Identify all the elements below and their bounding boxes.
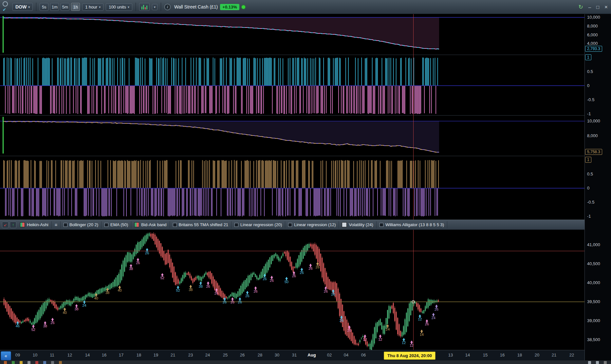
expand-up-icon[interactable]: ↑	[10, 222, 16, 228]
signal-label: 26	[145, 251, 149, 255]
indicator-checkbox[interactable]	[173, 223, 177, 227]
chart-style-button[interactable]	[139, 3, 150, 11]
corner-icons: ✔	[2, 1, 10, 14]
units-label: 100 units	[109, 5, 126, 9]
signal-label: 24	[386, 327, 390, 331]
indicator-a-line-chart[interactable]	[0, 14, 584, 55]
scale-tick-label: 41,000	[587, 242, 600, 247]
list-icon: ≡	[55, 222, 57, 228]
signal-label: 26	[340, 318, 343, 322]
signal-label: 26	[253, 289, 257, 293]
signal-label: 26	[245, 294, 249, 298]
indicator-b-line-chart[interactable]	[0, 115, 584, 156]
symbol-selector[interactable]: DOW ▾	[12, 3, 33, 11]
indicator-item-linear-regression-12[interactable]: Linear regression (12)	[285, 221, 339, 228]
panel-separator[interactable]	[0, 115, 584, 116]
edit-check-icon[interactable]: ✔	[3, 7, 6, 12]
indicator-checkbox[interactable]	[288, 223, 292, 227]
units-selector[interactable]: 100 units ▾	[106, 3, 132, 11]
scale-tick-label: 8,000	[587, 24, 598, 28]
timeframe-button-5m[interactable]: 5m	[61, 3, 69, 11]
taskbar-icon[interactable]	[20, 361, 23, 364]
toolbar-separator	[136, 3, 136, 11]
refresh-icon[interactable]: ↻	[578, 4, 583, 10]
taskbar-icon[interactable]	[43, 361, 46, 364]
symbol-label: DOW	[15, 4, 27, 9]
indicator-a-oscillator-chart[interactable]	[0, 55, 584, 115]
signal-label: 38	[74, 307, 78, 311]
taskbar-icon[interactable]	[59, 361, 62, 364]
signal-label: 26	[231, 300, 234, 304]
signal-label: 26	[308, 266, 312, 270]
app-logo-icon	[3, 1, 8, 7]
signal-label: 50	[285, 280, 288, 284]
scale-tick-label: 0.5	[587, 172, 593, 176]
time-axis-label: 12	[67, 353, 72, 357]
timeframe-button-1m[interactable]: 1m	[50, 3, 59, 11]
signal-label: 26	[324, 289, 328, 293]
time-axis[interactable]: « Thu 8 Aug 2024, 20:00 0910111214161718…	[0, 350, 611, 361]
scroll-back-button[interactable]: «	[1, 351, 11, 360]
signal-label: 26	[300, 271, 304, 275]
indicator-item-linear-regression-20[interactable]: Linear regression (20)	[231, 221, 285, 228]
panel-separator[interactable]	[0, 55, 584, 55]
time-axis-label: 17	[119, 353, 123, 357]
taskbar-icon[interactable]	[596, 361, 599, 364]
chart-style-dropdown[interactable]: ▾	[152, 4, 157, 10]
indicator-item-britains-55-tma-shifted-21[interactable]: Britains 55 TMA shifted 21	[170, 221, 232, 228]
scale-tick-label: 39,500	[587, 299, 600, 304]
indicator-label: Bid-Ask band	[141, 222, 166, 227]
chart-style-icon	[141, 4, 147, 9]
indicator-item-bollinger-20-2[interactable]: Bollinger (20 2)	[61, 221, 102, 228]
indicator-checkbox[interactable]	[104, 223, 108, 227]
period-selector[interactable]: 1 hour ▾	[82, 3, 103, 11]
taskbar-icon[interactable]	[588, 361, 591, 364]
indicator-checkbox[interactable]	[380, 223, 383, 227]
taskbar-icon[interactable]	[28, 361, 30, 364]
chevron-down-icon: ▾	[99, 5, 101, 9]
indicator-checkbox[interactable]	[64, 223, 67, 227]
scale-tick-label: 38,500	[587, 337, 600, 342]
price-scale-column[interactable]: 10,0008,0006,0004,0002,793.310.50-0.5-11…	[584, 14, 611, 360]
expand-down-icon[interactable]: ↙	[2, 222, 9, 228]
chevron-down-icon: ▾	[128, 5, 129, 9]
indicator-label: Britains 55 TMA shifted 21	[179, 222, 229, 227]
indicator-label: Linear regression (20)	[240, 222, 282, 227]
taskbar-icon[interactable]	[12, 361, 15, 364]
indicator-item-heikin-ashi[interactable]: Heikin-Ashi	[17, 221, 52, 228]
indicator-list-button[interactable]: ≡	[52, 221, 61, 228]
indicator-item-ema-50[interactable]: EMA (50)	[102, 221, 131, 228]
signal-label: 12	[418, 317, 422, 321]
maximize-button[interactable]: □	[596, 4, 599, 10]
timeframe-button-5s[interactable]: 5s	[40, 3, 48, 11]
indicator-item-williams-alligator-13-8-8-5-5-3[interactable]: Williams Alligator (13 8 8 5 5 3)	[377, 221, 447, 228]
time-axis-label: 18	[137, 353, 141, 357]
signal-label: 26	[223, 300, 227, 304]
taskbar-icon[interactable]	[604, 361, 607, 364]
time-axis-label: 26	[240, 353, 245, 357]
time-axis-label: 06	[361, 353, 366, 357]
indicator-checkbox[interactable]	[234, 223, 238, 227]
signal-label: 26	[50, 321, 54, 325]
taskbar-icon[interactable]	[35, 361, 38, 364]
time-axis-label: 31	[292, 353, 297, 357]
trading-app-window: { "ui": { "caret": "▾", "minimize": "–",…	[0, 0, 611, 364]
scale-tick-label: -1	[587, 214, 591, 219]
info-icon[interactable]: i	[164, 4, 171, 10]
panel-separator[interactable]	[0, 156, 584, 156]
toolbar-separator	[161, 3, 161, 11]
time-axis-label: 23	[188, 353, 193, 357]
signal-label: 26	[292, 274, 296, 278]
close-button[interactable]: ×	[604, 4, 608, 10]
minimize-button[interactable]: –	[588, 4, 591, 10]
taskbar-icon[interactable]	[51, 361, 54, 364]
signal-label: 26	[136, 261, 140, 265]
indicator-item-bid-ask-band[interactable]: Bid-Ask band	[131, 221, 170, 228]
time-axis-label: 11	[50, 353, 54, 357]
indicator-b-oscillator-chart[interactable]	[0, 156, 584, 220]
timeframe-button-1h[interactable]: 1h	[71, 3, 80, 11]
taskbar-icon[interactable]	[4, 361, 7, 364]
indicator-value-badge: 2,793.3	[585, 46, 602, 52]
price-candlestick-chart[interactable]: 4652382640382440384038262652523838262626…	[0, 230, 584, 350]
indicator-item-volatility-24[interactable]: Volatility (24)	[339, 221, 376, 228]
